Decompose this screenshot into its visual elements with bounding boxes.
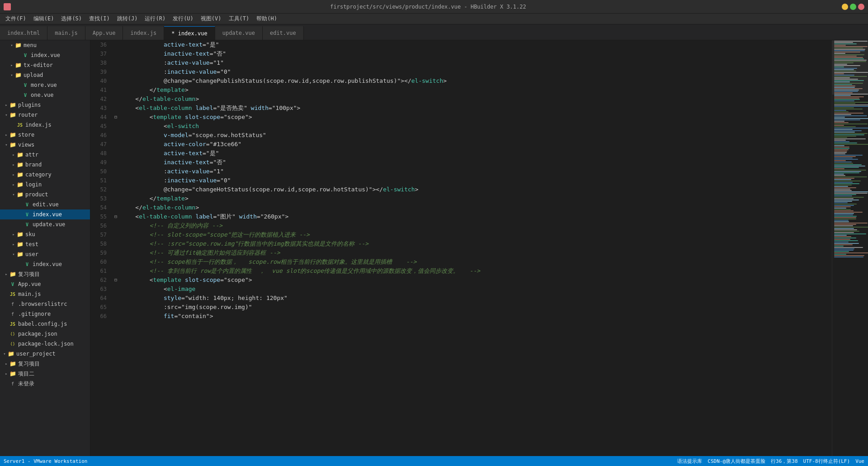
menu-item[interactable]: 文件(F) <box>2 14 30 24</box>
line-number: 62 <box>90 276 112 285</box>
fold-icon[interactable] <box>112 257 119 266</box>
fold-icon[interactable] <box>112 158 119 167</box>
line-content: :active-value="1" <box>119 58 224 67</box>
tree-item-login[interactable]: ▸📁login <box>0 180 90 190</box>
code-line: 60 <!-- scope相当于一行的数据， scope.row相当于当前行的数… <box>90 257 832 266</box>
tree-item-----[interactable]: ▸📁复习项目 <box>0 359 90 369</box>
minimap-viewport[interactable] <box>832 40 868 95</box>
tab-main-js[interactable]: main.js <box>47 26 85 40</box>
tree-item-user[interactable]: ▾📁user <box>0 249 90 259</box>
tree-item--browserslistrc[interactable]: f.browserslistrc <box>0 299 90 309</box>
tree-item-store[interactable]: ▸📁store <box>0 130 90 140</box>
minimap-line <box>834 231 859 232</box>
code-line: 51 :inactive-value="0" <box>90 176 832 185</box>
tree-item-upload[interactable]: ▾📁upload <box>0 70 90 80</box>
fold-icon[interactable] <box>112 58 119 67</box>
fold-icon[interactable] <box>112 185 119 194</box>
tree-item-index-vue[interactable]: Vindex.vue <box>0 50 90 60</box>
tab-edit-vue[interactable]: edit.vue <box>263 26 304 40</box>
fold-icon[interactable] <box>112 303 119 312</box>
maximize-button[interactable] <box>850 4 856 10</box>
fold-icon[interactable] <box>112 40 119 49</box>
tree-item-views[interactable]: ▾📁views <box>0 140 90 150</box>
menu-item[interactable]: 查找(I) <box>85 14 113 24</box>
line-content: </template> <box>119 86 189 95</box>
tab-index-js[interactable]: index.js <box>123 26 164 40</box>
tree-item-tx-editor[interactable]: ▸📁tx-editor <box>0 60 90 70</box>
fold-icon[interactable] <box>112 140 119 149</box>
minimap-line <box>834 166 865 167</box>
close-button[interactable] <box>858 4 864 10</box>
fold-icon[interactable] <box>112 230 119 239</box>
fold-icon[interactable] <box>112 86 119 95</box>
tree-item-babel-config-js[interactable]: JSbabel.config.js <box>0 319 90 329</box>
tree-item----[interactable]: ▸📁项目二 <box>0 369 90 379</box>
tree-item-menu[interactable]: ▾📁menu <box>0 40 90 50</box>
fold-icon[interactable] <box>112 167 119 176</box>
status-right: 语法提示库CSDN-@唐人街都是茶蛋脸行36，第38UTF-8行终止符(LF)V… <box>677 458 864 465</box>
tab-index-html[interactable]: index.html <box>0 26 47 40</box>
tree-item-update-vue[interactable]: Vupdate.vue <box>0 219 90 229</box>
tree-item-test[interactable]: ▸📁test <box>0 239 90 249</box>
tree-item-index-vue[interactable]: Vindex.vue <box>0 259 90 269</box>
fold-icon[interactable] <box>112 221 119 230</box>
fold-icon[interactable] <box>112 248 119 257</box>
code-area[interactable]: 36 active-text="是"37 inactive-text="否"38… <box>90 40 832 456</box>
fold-icon[interactable] <box>112 67 119 76</box>
tree-item-brand[interactable]: ▸📁brand <box>0 160 90 170</box>
tree-item-attr[interactable]: ▸📁attr <box>0 150 90 160</box>
line-number: 55 <box>90 212 112 221</box>
tree-item--gitignore[interactable]: f.gitignore <box>0 309 90 319</box>
menu-item[interactable]: 编辑(E) <box>30 14 58 24</box>
minimap-line <box>834 244 853 246</box>
fold-icon[interactable] <box>112 131 119 140</box>
tree-item-more-vue[interactable]: Vmore.vue <box>0 80 90 90</box>
menu-item[interactable]: 发行(U) <box>169 14 197 24</box>
fold-icon[interactable] <box>112 312 119 321</box>
tree-item-App-vue[interactable]: VApp.vue <box>0 279 90 289</box>
tree-item-main-js[interactable]: JSmain.js <box>0 289 90 299</box>
minimize-button[interactable] <box>842 4 848 10</box>
menu-item[interactable]: 视图(V) <box>197 14 225 24</box>
fold-icon[interactable] <box>112 239 119 248</box>
fold-icon[interactable]: ⊟ <box>112 212 119 221</box>
fold-icon[interactable] <box>112 76 119 86</box>
tree-item-category[interactable]: ▸📁category <box>0 170 90 180</box>
tab-App-vue[interactable]: App.vue <box>85 26 123 40</box>
menu-item[interactable]: 跳转(J) <box>113 14 142 24</box>
fold-icon[interactable] <box>112 194 119 203</box>
tree-item-index-js[interactable]: JSindex.js <box>0 120 90 130</box>
tree-item-----[interactable]: ▸📁复习项目 <box>0 269 90 279</box>
tree-item-user-project[interactable]: ▾📁user_project <box>0 349 90 359</box>
fold-icon[interactable] <box>112 294 119 303</box>
fold-icon[interactable] <box>112 285 119 294</box>
menu-item[interactable]: 帮助(H) <box>253 14 281 24</box>
fold-icon[interactable] <box>112 149 119 158</box>
fold-icon[interactable] <box>112 203 119 212</box>
fold-icon[interactable]: ⊟ <box>112 276 119 285</box>
menu-item[interactable]: 选择(S) <box>57 14 85 24</box>
tree-item-sku[interactable]: ▸📁sku <box>0 229 90 239</box>
fold-icon[interactable] <box>112 122 119 131</box>
fold-icon[interactable] <box>112 95 119 104</box>
tab---index-vue[interactable]: * index.vue <box>164 26 215 40</box>
tree-item----[interactable]: f未登录 <box>0 379 90 389</box>
menu-item[interactable]: 运行(R) <box>141 14 169 24</box>
tree-item-package-json[interactable]: {}package.json <box>0 329 90 339</box>
fold-icon[interactable] <box>112 49 119 58</box>
fold-icon[interactable]: ⊟ <box>112 113 119 122</box>
fold-icon[interactable] <box>112 176 119 185</box>
line-number: 64 <box>90 294 112 303</box>
tree-item-index-vue[interactable]: Vindex.vue <box>0 209 90 219</box>
tree-item-package-lock-json[interactable]: {}package-lock.json <box>0 339 90 349</box>
minimap-line <box>834 239 850 240</box>
menu-item[interactable]: 工具(T) <box>225 14 253 24</box>
tree-item-plugins[interactable]: ▸📁plugins <box>0 100 90 110</box>
fold-icon[interactable] <box>112 104 119 113</box>
tree-item-one-vue[interactable]: Vone.vue <box>0 90 90 100</box>
tree-item-product[interactable]: ▾📁product <box>0 190 90 200</box>
fold-icon[interactable] <box>112 266 119 276</box>
tab-update-vue[interactable]: update.vue <box>215 26 263 40</box>
tree-item-router[interactable]: ▾📁router <box>0 110 90 120</box>
tree-item-edit-vue[interactable]: Vedit.vue <box>0 200 90 209</box>
